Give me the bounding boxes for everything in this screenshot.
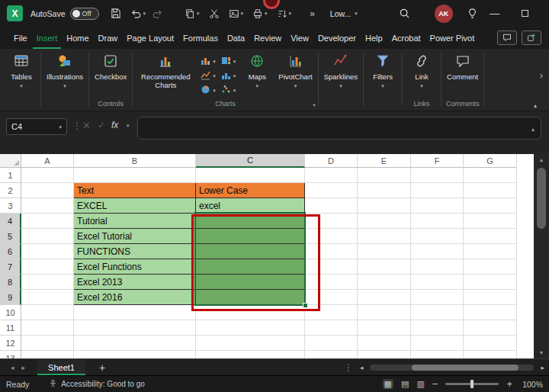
cell-G1[interactable] [464, 168, 517, 183]
cut-button[interactable] [207, 7, 221, 21]
cell-A13[interactable] [21, 351, 74, 358]
cell-A6[interactable] [21, 244, 74, 259]
scroll-right-icon[interactable]: ▸ [541, 364, 544, 371]
illustrations-button[interactable]: Illustrations ▾ [43, 51, 86, 89]
menu-item-file[interactable]: File [10, 27, 31, 49]
comment-button[interactable]: Comment [444, 51, 481, 82]
cell-B4[interactable]: Tutorial [74, 214, 196, 229]
cell-C1[interactable] [196, 168, 305, 183]
sheet-nav-right-icon[interactable]: ▸ [22, 364, 26, 371]
titlebar-low-dropdown[interactable]: Low... ▾ [330, 9, 358, 18]
tables-button[interactable]: Tables ▾ [5, 51, 38, 89]
row-header-5[interactable]: 5 [0, 229, 21, 244]
cell-A2[interactable] [21, 183, 74, 198]
row-header-9[interactable]: 9 [0, 290, 21, 305]
page-layout-view-button[interactable]: ▤ [401, 380, 409, 388]
menu-item-insert[interactable]: Insert [33, 27, 62, 49]
sort-button[interactable]: ▾ [275, 7, 294, 21]
row-header-10[interactable]: 10 [0, 305, 21, 320]
cancel-button[interactable]: ✕ [82, 120, 91, 131]
cell-G11[interactable] [464, 320, 517, 336]
cell-G7[interactable] [464, 259, 517, 275]
insert-function-button[interactable]: fx [111, 120, 118, 130]
accessibility-status[interactable]: Accessibility: Good to go [49, 379, 145, 389]
cell-F1[interactable] [411, 168, 464, 183]
normal-view-button[interactable]: ▦ [383, 379, 393, 389]
insert-pie-chart-button[interactable]: ▾ [201, 83, 216, 98]
cell-A5[interactable] [21, 229, 74, 244]
cell-B8[interactable]: Excel 2013 [74, 275, 196, 290]
cell-B1[interactable] [74, 168, 196, 183]
cell-D13[interactable] [305, 351, 358, 358]
select-all-corner[interactable] [0, 154, 21, 168]
menu-item-help[interactable]: Help [361, 27, 387, 49]
cell-E9[interactable] [358, 290, 411, 305]
cell-G3[interactable] [464, 198, 517, 214]
insert-column-chart-button[interactable]: ▾ [201, 54, 216, 69]
cell-F2[interactable] [411, 183, 464, 198]
cell-G6[interactable] [464, 244, 517, 259]
tell-me-button[interactable] [465, 6, 480, 21]
menu-item-page-layout[interactable]: Page Layout [123, 27, 178, 49]
cell-A3[interactable] [21, 198, 74, 214]
page-break-view-button[interactable]: ▥ [416, 380, 424, 388]
cell-A8[interactable] [21, 275, 74, 290]
scroll-down-icon[interactable]: ▾ [534, 349, 549, 356]
enter-button[interactable]: ✓ [98, 120, 105, 130]
horizontal-scrollbar[interactable] [370, 365, 534, 371]
cell-E4[interactable] [358, 214, 411, 229]
maps-button[interactable]: Maps ▾ [240, 51, 274, 89]
cell-C2[interactable]: Lower Case [196, 183, 305, 198]
insert-line-chart-button[interactable]: ▾ [201, 69, 216, 83]
cell-F4[interactable] [411, 214, 464, 229]
cell-C3[interactable]: excel [196, 198, 305, 214]
insert-hierarchy-chart-button[interactable]: ▾ [221, 54, 236, 69]
row-header-7[interactable]: 7 [0, 259, 21, 275]
ribbon-collapse-icon[interactable]: ▴ [534, 102, 537, 109]
cell-B7[interactable]: Excel Functions [74, 259, 196, 275]
cell-A1[interactable] [21, 168, 74, 183]
column-header-C[interactable]: C [196, 154, 305, 168]
cell-F12[interactable] [411, 336, 464, 351]
cell-E13[interactable] [358, 351, 411, 358]
cell-A7[interactable] [21, 259, 74, 275]
zoom-slider[interactable] [445, 383, 499, 385]
cell-F5[interactable] [411, 229, 464, 244]
cell-C12[interactable] [196, 336, 305, 351]
cell-G13[interactable] [464, 351, 517, 358]
toolbar-overflow-icon[interactable]: » [310, 8, 315, 19]
scroll-left-icon[interactable]: ◂ [360, 364, 364, 371]
cell-F9[interactable] [411, 290, 464, 305]
cell-B3[interactable]: EXCEL [74, 198, 196, 214]
zoom-out-button[interactable]: − [432, 379, 438, 389]
insert-scatter-chart-button[interactable]: ▾ [221, 83, 236, 98]
cell-G8[interactable] [464, 275, 517, 290]
save-button[interactable] [108, 6, 123, 21]
redo-button[interactable] [150, 6, 165, 21]
cell-A12[interactable] [21, 336, 74, 351]
row-header-4[interactable]: 4 [0, 214, 21, 229]
cell-E2[interactable] [358, 183, 411, 198]
menu-item-formulas[interactable]: Formulas [179, 27, 222, 49]
zoom-level[interactable]: 100% [520, 380, 543, 389]
sheet-tab-sheet1[interactable]: Sheet1 [37, 359, 85, 375]
cell-E10[interactable] [358, 305, 411, 320]
cell-E8[interactable] [358, 275, 411, 290]
cell-A10[interactable] [21, 305, 74, 320]
cell-F7[interactable] [411, 259, 464, 275]
charts-dialog-launcher-icon[interactable]: ▾ [313, 102, 316, 108]
cell-C11[interactable] [196, 320, 305, 336]
cell-E3[interactable] [358, 198, 411, 214]
column-header-D[interactable]: D [305, 154, 358, 168]
row-header-6[interactable]: 6 [0, 244, 21, 259]
row-header-1[interactable]: 1 [0, 168, 21, 183]
cell-D11[interactable] [305, 320, 358, 336]
cell-G4[interactable] [464, 214, 517, 229]
cell-A9[interactable] [21, 290, 74, 305]
cell-F3[interactable] [411, 198, 464, 214]
cell-E5[interactable] [358, 229, 411, 244]
autosave-switch[interactable]: Off [70, 8, 99, 20]
cell-E11[interactable] [358, 320, 411, 336]
cell-B10[interactable] [74, 305, 196, 320]
cell-G9[interactable] [464, 290, 517, 305]
